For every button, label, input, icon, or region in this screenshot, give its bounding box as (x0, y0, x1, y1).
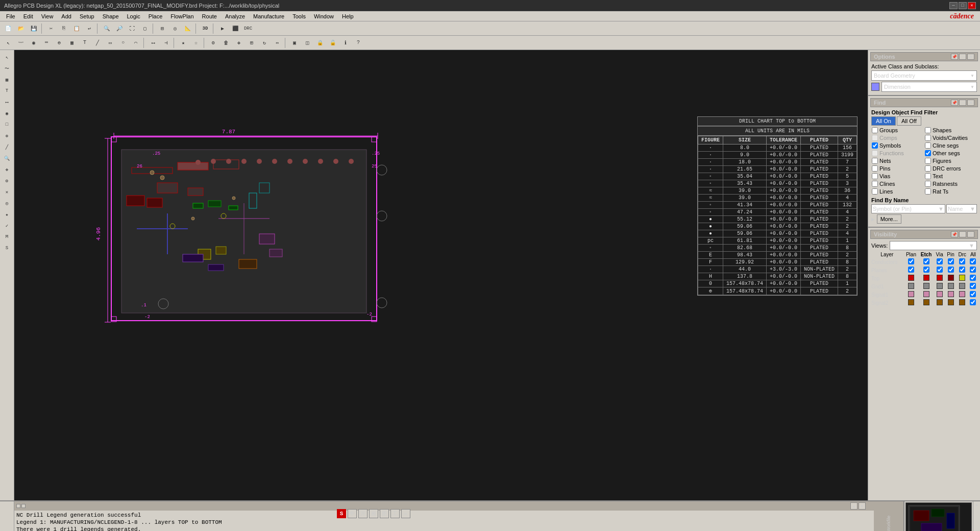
lt-del[interactable]: ✕ (2, 187, 13, 197)
cb-shapes-input[interactable] (925, 127, 931, 133)
more-button[interactable]: More... (877, 214, 901, 224)
top-all-check[interactable] (970, 275, 976, 281)
sig1-via-color[interactable] (937, 291, 943, 297)
cb-ratsnests-input[interactable] (925, 181, 931, 187)
options-pin-btn[interactable]: 📌 (951, 54, 958, 60)
mirror-btn[interactable]: ⇔ (271, 37, 283, 49)
menu-setup[interactable]: Setup (76, 12, 99, 20)
class-dropdown[interactable]: Board Geometry ▼ (871, 70, 977, 81)
menu-flowplan[interactable]: FlowPlan (166, 12, 198, 20)
sig2-pin-color[interactable] (948, 299, 954, 305)
vis-minimize-btn[interactable]: ─ (959, 231, 966, 237)
hilight-btn[interactable]: ★ (177, 37, 189, 49)
console-scroll-up[interactable] (16, 504, 20, 508)
minimize-button[interactable]: ─ (949, 2, 958, 9)
open-btn[interactable]: 📂 (15, 23, 27, 34)
console-scroll-down[interactable] (21, 504, 26, 508)
cb-text-input[interactable] (925, 173, 931, 179)
top-drc-color[interactable] (959, 275, 965, 281)
gnd1-etch-color[interactable] (923, 283, 929, 289)
sig1-all-check[interactable] (970, 291, 976, 297)
lt-mfg[interactable]: M (2, 232, 13, 242)
new-btn[interactable]: 📄 (2, 23, 14, 34)
planes-drc-check[interactable] (959, 267, 965, 273)
find-close-btn[interactable]: ✕ (967, 100, 974, 106)
console-up-btn[interactable]: ▲ (850, 502, 857, 510)
gnd1-drc-color[interactable] (959, 283, 965, 289)
menu-logic[interactable]: Logic (123, 12, 144, 20)
sig2-etch-color[interactable] (923, 299, 929, 305)
copy2-btn[interactable]: ⊞ (246, 37, 258, 49)
stop-btn[interactable]: ⬛ (229, 23, 241, 34)
menu-help[interactable]: Help (338, 12, 358, 20)
group-btn[interactable]: ▣ (288, 37, 301, 49)
zoom-in-btn[interactable]: 🔍 (101, 23, 113, 34)
unfix-btn[interactable]: 🔓 (327, 37, 339, 49)
lt-wire[interactable]: 〜 (2, 63, 13, 74)
views-dropdown[interactable]: ▼ (890, 241, 977, 250)
gnd1-via-color[interactable] (937, 283, 943, 289)
top-etch-color[interactable] (923, 275, 929, 281)
zoom-window-btn[interactable]: ▢ (139, 23, 151, 34)
cond-drc-check[interactable] (959, 258, 965, 264)
cut-btn[interactable]: ✂ (45, 23, 57, 34)
help2-btn[interactable]: ? (352, 37, 364, 49)
cb-cline-segs-input[interactable] (925, 142, 931, 149)
comp-btn[interactable]: ▦ (66, 37, 78, 49)
cb-lines-input[interactable] (872, 188, 878, 195)
planes-via-check[interactable] (937, 267, 943, 273)
circle-btn[interactable]: ○ (117, 37, 129, 49)
menu-route[interactable]: Route (198, 12, 221, 20)
lt-pin[interactable]: ⊕ (2, 131, 13, 141)
vis-close-btn[interactable]: ✕ (967, 231, 974, 237)
right-scroll-up[interactable]: ▲ (973, 501, 980, 508)
sig2-via-color[interactable] (937, 299, 943, 305)
find-pin-btn[interactable]: 📌 (951, 100, 958, 106)
sig2-drc-color[interactable] (959, 299, 965, 305)
lt-via[interactable]: ◉ (2, 108, 13, 118)
options-close-btn[interactable]: ✕ (967, 54, 974, 60)
lt-hilight[interactable]: ★ (2, 209, 13, 220)
menu-view[interactable]: View (37, 12, 58, 20)
options-minimize-btn[interactable]: ─ (959, 54, 966, 60)
name-dropdown[interactable]: Name ▼ (946, 204, 977, 213)
lt-select[interactable]: ↖ (2, 52, 13, 62)
cb-figures-input[interactable] (925, 158, 931, 164)
cb-nets-input[interactable] (872, 158, 878, 164)
console-down-btn[interactable]: ▼ (859, 502, 866, 510)
wire-btn[interactable]: 〰 (15, 37, 27, 49)
menu-add[interactable]: Add (57, 12, 76, 20)
lt-shape[interactable]: ▦ (2, 75, 13, 85)
lt-text[interactable]: T (2, 86, 13, 96)
prop-btn[interactable]: ⚙ (207, 37, 219, 49)
top-plan-color[interactable] (908, 275, 914, 281)
text-btn[interactable]: T (79, 37, 91, 49)
ime-pen-btn[interactable]: ✏ (401, 509, 410, 518)
dehilight-btn[interactable]: ☆ (190, 37, 202, 49)
menu-file[interactable]: File (2, 12, 19, 20)
grid-btn[interactable]: ⊞ (156, 23, 168, 34)
subclass-dropdown[interactable]: Dimension ▼ (881, 82, 977, 92)
ruler-btn[interactable]: 📐 (182, 23, 194, 34)
lt-snap[interactable]: ◎ (2, 198, 13, 208)
gnd1-plan-color[interactable] (908, 283, 914, 289)
ime-s-btn[interactable]: S (337, 509, 346, 518)
ime-img-btn[interactable]: 画 (369, 509, 378, 518)
zoom-fit-btn[interactable]: ⛶ (126, 23, 138, 34)
via-btn[interactable]: ◉ (28, 37, 40, 49)
cb-drc-errors-input[interactable] (925, 165, 931, 172)
menu-analyze[interactable]: Analyze (221, 12, 249, 20)
ungroup-btn[interactable]: ◫ (301, 37, 313, 49)
ime-moon-btn[interactable]: 月 (358, 509, 368, 518)
sig2-all-check[interactable] (970, 299, 976, 305)
sig1-pin-color[interactable] (948, 291, 954, 297)
menu-shape[interactable]: Shape (99, 12, 123, 20)
sig1-etch-color[interactable] (923, 291, 929, 297)
rect-btn[interactable]: ▭ (104, 37, 116, 49)
delete-btn[interactable]: 🗑 (220, 37, 232, 49)
info-btn[interactable]: ℹ (339, 37, 352, 49)
fix-btn[interactable]: 🔒 (314, 37, 326, 49)
move-btn[interactable]: ✥ (233, 37, 245, 49)
3d-btn[interactable]: 3D (199, 23, 211, 34)
sig2-plan-color[interactable] (908, 299, 914, 305)
